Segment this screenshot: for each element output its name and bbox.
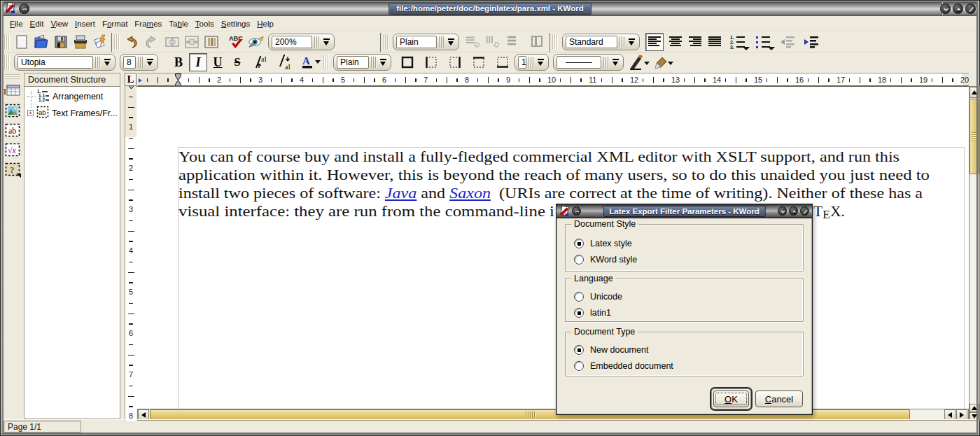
delete-column-button[interactable]: [528, 33, 546, 51]
edit-frame-3-button[interactable]: [202, 33, 220, 51]
toolbar-handle[interactable]: [5, 74, 20, 79]
delete-row-button[interactable]: [503, 33, 521, 51]
document-text-line-3[interactable]: install two pieces of software: Java and…: [178, 186, 923, 202]
frame-style-value[interactable]: Plain: [337, 56, 369, 69]
paragraph-style-combobox[interactable]: Plain: [393, 34, 459, 50]
combo-dropdown-arrow-icon[interactable]: [103, 58, 112, 67]
border-outline-button[interactable]: [398, 53, 416, 71]
top-margin-marker[interactable]: [128, 86, 134, 90]
insert-object-button[interactable]: ?: [3, 160, 22, 178]
kword-app-icon[interactable]: [5, 2, 16, 15]
save-document-button[interactable]: [52, 33, 70, 51]
menu-frames[interactable]: Frames: [131, 17, 165, 30]
border-bottom-button[interactable]: [493, 53, 512, 71]
combo-dropdown-arrow-icon[interactable]: [611, 58, 620, 67]
menu-insert[interactable]: Insert: [71, 17, 99, 30]
align-right-button[interactable]: [686, 33, 704, 51]
spellcheck-button[interactable]: ABC: [227, 33, 246, 51]
menu-help[interactable]: Help: [253, 17, 277, 30]
radio-new-document[interactable]: New document: [574, 344, 648, 356]
undo-button[interactable]: [122, 33, 141, 51]
ok-button[interactable]: OK: [713, 391, 749, 407]
align-center-button[interactable]: [666, 33, 685, 51]
combo-dropdown-arrow-icon[interactable]: [447, 38, 456, 47]
maximize-button[interactable]: [953, 3, 963, 14]
table-style-combobox[interactable]: Standard: [562, 34, 640, 50]
edit-frame-1-button[interactable]: [163, 33, 181, 51]
hyperlink[interactable]: Saxon: [449, 185, 491, 202]
first-line-indent-marker[interactable]: [139, 78, 142, 83]
cancel-button[interactable]: Cancel: [755, 391, 803, 407]
border-width-value[interactable]: 1: [518, 56, 526, 69]
dialog-close-button[interactable]: [800, 206, 809, 216]
dialog-minimize-button[interactable]: [778, 206, 787, 216]
radio-button-checked[interactable]: [574, 308, 584, 318]
combo-dropdown-arrow-icon[interactable]: [627, 38, 636, 47]
edit-frame-2-button[interactable]: [183, 33, 201, 51]
sticky-button[interactable]: [19, 3, 29, 14]
toolbar-handle[interactable]: [552, 34, 559, 50]
menu-tools[interactable]: Tools: [192, 17, 218, 30]
toolbar-handle[interactable]: [4, 55, 10, 70]
new-document-button[interactable]: [13, 33, 31, 51]
dialog-titlebar[interactable]: Latex Export Filter Parameters - KWord: [556, 204, 812, 218]
print-preview-button[interactable]: [91, 33, 109, 51]
toolbar-handle[interactable]: [323, 55, 330, 70]
insert-picture-button[interactable]: [3, 101, 22, 120]
border-color-button[interactable]: [628, 53, 650, 71]
font-family-value[interactable]: Utopia: [18, 56, 93, 69]
minimize-button[interactable]: [940, 3, 951, 14]
background-color-button[interactable]: [652, 53, 674, 71]
radio-button[interactable]: [574, 255, 584, 265]
underline-button[interactable]: U: [209, 53, 227, 71]
radio-button[interactable]: [574, 292, 584, 302]
print-button[interactable]: [71, 33, 90, 51]
paragraph-style-value[interactable]: Plain: [396, 36, 437, 48]
menu-edit[interactable]: Edit: [27, 17, 48, 30]
tab-stop-button[interactable]: L: [125, 73, 136, 86]
increase-indent-button[interactable]: [802, 33, 820, 51]
close-button[interactable]: [965, 3, 976, 14]
scroll-left-button[interactable]: [138, 409, 149, 420]
border-line-style-combobox[interactable]: [553, 54, 624, 71]
border-right-button[interactable]: [446, 53, 464, 71]
horizontal-ruler[interactable]: 234567891011121314151617181920: [138, 73, 969, 86]
align-justify-button[interactable]: [706, 33, 724, 51]
radio-embedded-document[interactable]: Embedded document: [574, 360, 673, 372]
menu-file[interactable]: File: [6, 17, 27, 30]
strikethrough-button[interactable]: S: [228, 53, 246, 71]
superscript-button[interactable]: aI: [251, 53, 273, 71]
document-text-line-2[interactable]: application within it. However, this is …: [178, 168, 930, 183]
border-left-button[interactable]: [422, 53, 440, 71]
tree-item-text-frames-fr[interactable]: +abText Frames/Fr...: [27, 105, 118, 121]
decrease-indent-button[interactable]: [778, 33, 797, 51]
scroll-right-button[interactable]: [956, 409, 967, 420]
toolbar-handle[interactable]: [383, 34, 389, 50]
toolbar-handle[interactable]: [4, 34, 10, 50]
radio-button-checked[interactable]: [574, 239, 584, 248]
indent-marker[interactable]: [175, 73, 181, 86]
menu-view[interactable]: View: [47, 17, 71, 30]
combo-dropdown-arrow-icon[interactable]: [536, 58, 545, 67]
bold-button[interactable]: B: [169, 53, 188, 71]
radio-button-checked[interactable]: [574, 345, 584, 355]
redo-button[interactable]: [142, 33, 160, 51]
bullet-list-button[interactable]: [753, 33, 776, 51]
radio-unicode[interactable]: Unicode: [574, 291, 622, 302]
dialog-sticky-button[interactable]: [572, 206, 581, 216]
zoom-value[interactable]: 200%: [272, 36, 312, 48]
window-titlebar[interactable]: file:/home/peter/doc/beginlatex/para.xml…: [1, 1, 979, 16]
document-text-line-1[interactable]: You can of course buy and install a full…: [178, 150, 899, 165]
italic-button[interactable]: I: [189, 53, 207, 71]
insert-formula-button[interactable]: √x: [3, 140, 22, 159]
combo-dropdown-arrow-icon[interactable]: [146, 58, 155, 67]
document-text-line-5[interactable]: TEX.: [813, 204, 845, 220]
radio-latex-style[interactable]: Latex style: [574, 238, 632, 249]
hyperlink[interactable]: Java: [385, 185, 416, 202]
toolbar-handle[interactable]: [114, 34, 120, 50]
tree-item-arrangement[interactable]: 1.1.11.2Arrangement: [27, 89, 103, 104]
radio-kword-style[interactable]: KWord style: [574, 254, 637, 265]
menu-table[interactable]: Table: [165, 17, 192, 30]
vertical-ruler[interactable]: 12345678: [125, 86, 136, 421]
font-family-combobox[interactable]: Utopia: [14, 54, 115, 71]
